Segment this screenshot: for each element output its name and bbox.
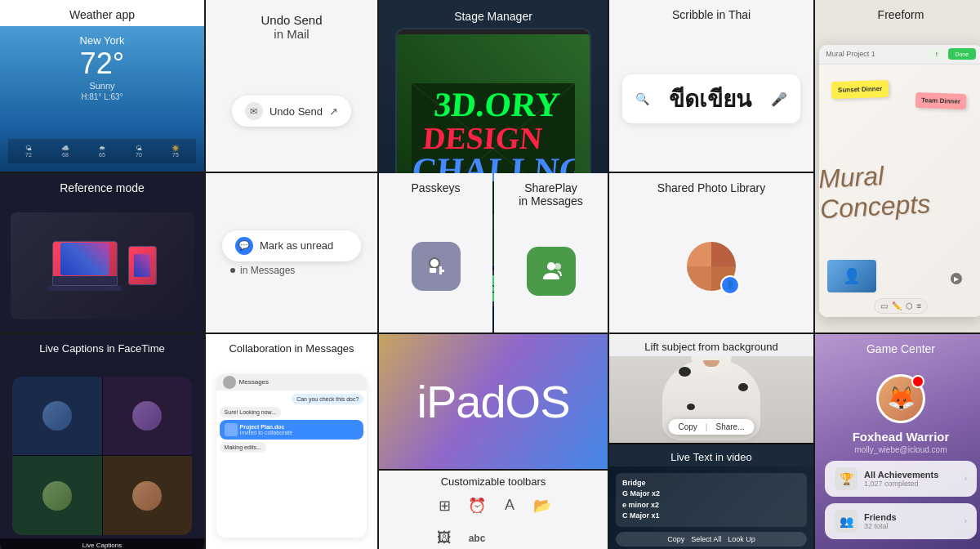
undo-pill[interactable]: ✉ Undo Send ↗: [232, 96, 351, 127]
gc-content-area: 🦊 Foxhead Warrior molly_wiebe@icloud.com…: [815, 360, 980, 549]
freeform-cell: Freeform Mural Project 1 ↑ Done Sunset D…: [815, 0, 980, 333]
laptop-device: [48, 241, 122, 291]
captions-title: Live Captions in FaceTime: [0, 334, 204, 359]
freeform-project-name: Mural Project 1: [826, 50, 875, 58]
svg-rect-7: [430, 268, 436, 273]
shareplay-icon: [527, 247, 576, 296]
ipados-wrap: iPadOS Customizable toolbars ⊞ ⏰ A 📂 🖼 a…: [379, 334, 608, 549]
lift-content: Copy | Share...: [609, 356, 813, 443]
facetime-tile-1: [12, 377, 102, 455]
freeform-tool-4[interactable]: ≡: [917, 301, 922, 310]
freeform-content: Mural Project 1 ↑ Done Sunset Dinner Tea…: [815, 29, 980, 333]
toolbar-photo-icon[interactable]: 🖼: [431, 525, 457, 550]
weather-minmax: H:81° L:63°: [81, 92, 122, 101]
toolbar-abc-label: abc: [464, 525, 490, 550]
mark-sub-text: in Messages: [240, 265, 295, 276]
lift-copy-btn[interactable]: Copy: [679, 422, 697, 431]
forecast-1: 🌤72: [11, 145, 46, 158]
livetext-selectall[interactable]: Select All: [691, 535, 721, 543]
livetext-action-bar: Copy Select All Look Up: [616, 532, 807, 547]
gc-achievements-icon: 🏆: [835, 467, 858, 490]
photo-1: [687, 242, 711, 266]
livetext-lookup[interactable]: Look Up: [728, 535, 755, 543]
dog-nose-area: [703, 360, 719, 367]
gc-achievements-chevron: ›: [964, 474, 967, 483]
collab-cell: Collaboration in Messages Messages Can y…: [206, 334, 377, 549]
tablet-device: [128, 246, 157, 285]
svg-text:3D.ORY: 3D.ORY: [433, 87, 562, 124]
weather-city: New York: [80, 34, 125, 47]
reference-content: [0, 199, 204, 333]
livetext-title: Live Text in video: [609, 444, 813, 466]
dog-spot-2: [738, 383, 748, 391]
livetext-text: BridgeG Major x2e minor x2C Major x1: [622, 478, 800, 522]
scribble-bar: 🔍 ขีดเขียน 🎤: [622, 74, 800, 123]
tablet-display-content: [134, 254, 150, 277]
collab-avatar: [223, 376, 236, 389]
livetext-copy[interactable]: Copy: [667, 535, 684, 543]
gc-achievements-count: 1,027 completed: [864, 480, 958, 488]
shareplay-svg-icon: [538, 258, 564, 284]
avatar-1: [42, 401, 72, 431]
lift-share-btn[interactable]: Share...: [715, 422, 744, 431]
freeform-play-button[interactable]: ▶: [951, 273, 962, 284]
collab-doc-info: Project Plan.doc Invited to collaborate: [240, 424, 293, 435]
avatar-3: [42, 481, 72, 511]
gc-notification-badge: [911, 375, 924, 388]
photo-3: [687, 266, 711, 291]
undo-subtitle: in Mail: [206, 27, 377, 41]
toolbar-grid-icon[interactable]: ⊞: [431, 493, 457, 519]
toolbar-folder-icon[interactable]: 📂: [529, 493, 555, 519]
ipados-cell: iPadOS: [379, 334, 608, 469]
facetime-tile-2: [103, 377, 193, 455]
gc-friends-count: 32 total: [864, 522, 958, 530]
facetime-frame: Live Captions: [12, 377, 192, 535]
gc-friends-chevron: ›: [964, 516, 967, 525]
freeform-board: Sunset Dinner Team Dinner Mural Concepts…: [819, 65, 980, 318]
freeform-photo-icon: 👤: [827, 260, 876, 292]
undo-content-area: ✉ Undo Send ↗: [206, 51, 377, 172]
freeform-done-button[interactable]: Done: [948, 48, 976, 60]
freeform-tool-1[interactable]: ▭: [880, 301, 888, 310]
lift-title: Lift subject from background: [609, 334, 813, 356]
weather-cell: Weather app New York 72° Sunny H:81° L:6…: [0, 0, 204, 172]
mark-pill[interactable]: 💬 Mark as unread: [222, 230, 361, 261]
forecast-3: 🌧65: [85, 145, 119, 158]
svg-rect-9: [439, 270, 444, 272]
gc-friends-title: Friends: [864, 512, 958, 522]
dog-spot-3: [687, 404, 695, 410]
avatar-2: [132, 401, 162, 431]
shared-cell: Shared Photo Library 👤: [609, 173, 813, 333]
shared-icon-area: 👤: [679, 234, 744, 299]
scribble-content: 🔍 ขีดเขียน 🎤: [609, 26, 813, 172]
toolbar-clock-icon[interactable]: ⏰: [464, 493, 490, 519]
mark-sub: in Messages: [222, 265, 361, 276]
photo-2: [711, 242, 736, 266]
ipados-text: iPadOS: [417, 375, 570, 428]
livetext-content: BridgeG Major x2e minor x2C Major x1 Cop…: [609, 466, 813, 550]
undo-cell-title: Undo Send: [206, 13, 377, 27]
passkeys-content: [379, 199, 492, 333]
lift-action-bar: Copy | Share...: [669, 419, 755, 435]
collab-messages: Can you check this doc? Sure! Looking no…: [216, 391, 368, 456]
undo-pill-wrapper: ✉ Undo Send ↗: [206, 83, 377, 139]
gc-friends-text: Friends 32 total: [864, 512, 958, 530]
facetime-grid: [12, 377, 192, 535]
gc-player-handle: molly_wiebe@icloud.com: [855, 445, 947, 454]
toolbars-content: ⊞ ⏰ A 📂 🖼 abc: [379, 491, 608, 549]
gc-achievements-row[interactable]: 🏆 All Achievements 1,027 completed ›: [825, 461, 977, 497]
freeform-share-button[interactable]: ↑: [929, 48, 945, 60]
freeform-canvas: Mural Project 1 ↑ Done Sunset Dinner Tea…: [819, 45, 980, 318]
gc-friends-row[interactable]: 👥 Friends 32 total ›: [825, 503, 977, 539]
toolbar-text-icon[interactable]: A: [497, 493, 523, 519]
shared-photo-group: 👤: [687, 242, 736, 291]
freeform-tool-2[interactable]: ✏️: [892, 301, 902, 310]
shared-badge: 👤: [720, 275, 740, 295]
messages-icon: 💬: [235, 237, 253, 255]
collab-msg-1: Can you check this doc?: [292, 394, 363, 404]
freeform-tool-3[interactable]: ⬡: [906, 301, 913, 310]
freeform-toolbar: Mural Project 1 ↑ Done: [819, 45, 980, 65]
avatar-4: [132, 481, 162, 511]
shared-title: Shared Photo Library: [609, 173, 813, 199]
forecast-4: 🌤70: [122, 145, 156, 158]
